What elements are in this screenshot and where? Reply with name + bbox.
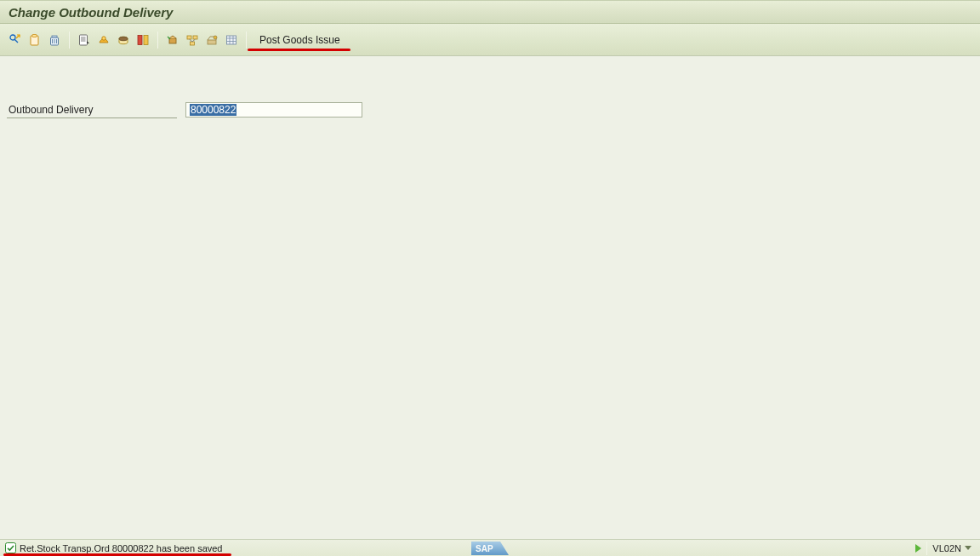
- status-bar: Ret.Stock Transp.Ord 80000822 has been s…: [0, 539, 980, 556]
- pack-icon[interactable]: [95, 32, 112, 49]
- toolbar-separator: [157, 32, 158, 49]
- field-underline: [7, 118, 177, 118]
- other-delivery-icon[interactable]: [26, 32, 43, 49]
- document-flow-icon[interactable]: [184, 32, 201, 49]
- sap-logo: SAP: [471, 540, 509, 556]
- status-message-area: Ret.Stock Transp.Ord 80000822 has been s…: [5, 542, 223, 553]
- application-toolbar: Post Goods Issue: [0, 24, 980, 56]
- session-open-icon[interactable]: [915, 544, 921, 553]
- svg-rect-9: [80, 35, 88, 45]
- incompleteness-icon[interactable]: [115, 32, 132, 49]
- post-goods-icon[interactable]: [164, 32, 181, 49]
- status-right: VL02N: [915, 542, 975, 555]
- split-icon[interactable]: [134, 32, 151, 49]
- page-title: Change Outbound Delivery: [9, 5, 173, 20]
- svg-rect-22: [191, 42, 195, 45]
- svg-point-13: [102, 36, 105, 39]
- svg-rect-27: [227, 36, 236, 44]
- svg-rect-3: [32, 34, 37, 37]
- outbound-delivery-value: 80000822: [190, 104, 236, 116]
- svg-rect-25: [208, 40, 216, 44]
- svg-point-15: [119, 37, 128, 40]
- delete-icon[interactable]: [46, 32, 63, 49]
- svg-rect-21: [193, 36, 197, 39]
- toolbar-separator: [246, 32, 247, 49]
- content-area: Outbound Delivery 80000822: [0, 56, 980, 539]
- dropdown-icon: [965, 546, 971, 550]
- svg-line-23: [190, 39, 193, 42]
- svg-rect-32: [6, 543, 16, 553]
- svg-rect-17: [144, 35, 148, 44]
- svg-rect-20: [187, 36, 191, 39]
- header-details-icon[interactable]: [76, 32, 93, 49]
- tcode-menu[interactable]: VL02N: [932, 543, 975, 553]
- outbound-delivery-label: Outbound Delivery: [7, 104, 185, 116]
- svg-point-26: [214, 36, 217, 39]
- outbound-delivery-row: Outbound Delivery 80000822: [7, 102, 362, 118]
- svg-line-1: [14, 39, 18, 43]
- tcode-label: VL02N: [932, 543, 961, 553]
- statusbar-separator: [926, 542, 927, 555]
- success-icon: [5, 542, 16, 553]
- svg-rect-5: [52, 36, 57, 37]
- toolbar-separator: [69, 32, 70, 49]
- outbound-delivery-input[interactable]: 80000822: [185, 102, 362, 118]
- svg-point-0: [10, 35, 15, 40]
- overview-icon[interactable]: [223, 32, 240, 49]
- services-icon[interactable]: [203, 32, 220, 49]
- annotation-underline: [248, 49, 350, 51]
- display-change-icon[interactable]: [7, 32, 24, 49]
- svg-rect-16: [138, 35, 142, 44]
- post-goods-issue-button[interactable]: Post Goods Issue: [258, 32, 342, 48]
- svg-rect-18: [169, 38, 176, 43]
- title-bar: Change Outbound Delivery: [0, 0, 980, 24]
- svg-text:SAP: SAP: [476, 544, 493, 553]
- svg-line-24: [192, 39, 196, 42]
- status-message: Ret.Stock Transp.Ord 80000822 has been s…: [20, 543, 223, 553]
